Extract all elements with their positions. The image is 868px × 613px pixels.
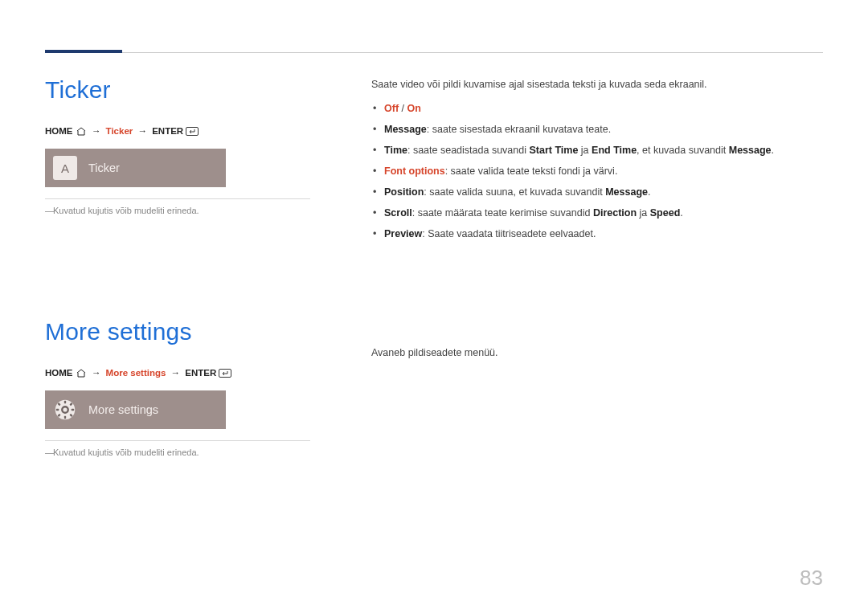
footnote-text: Kuvatud kujutis võib mudeliti erineda. — [53, 206, 199, 215]
header-accent — [45, 50, 122, 53]
list-item: Position: saate valida suuna, et kuvada … — [371, 184, 821, 200]
val: ja — [637, 207, 650, 219]
key-time: Time — [384, 145, 407, 156]
enter-icon — [186, 127, 199, 136]
list-item: Preview: Saate vaadata tiitriseadete eel… — [371, 226, 821, 242]
crumb-enter-label: ENTER — [185, 368, 216, 378]
key-font-options: Font options — [384, 166, 445, 177]
enter-icon — [219, 369, 231, 378]
off-label: Off — [384, 103, 399, 114]
intro-text: Avaneb pildiseadete menüü. — [371, 347, 821, 358]
val: : saate valida suuna, et kuvada suvandit — [424, 186, 605, 198]
divider — [45, 440, 310, 441]
key-position: Position — [384, 186, 424, 198]
footnote-more-settings: ―Kuvatud kujutis võib mudeliti erineda. — [45, 447, 310, 457]
menu-card-label: More settings — [88, 403, 158, 416]
header-divider — [45, 52, 823, 53]
arrow-icon: → — [169, 368, 183, 378]
footnote-text: Kuvatud kujutis võib mudeliti erineda. — [53, 447, 199, 457]
svg-rect-5 — [64, 416, 66, 419]
arrow-icon: → — [89, 368, 104, 378]
val: : saate valida teate teksti fondi ja vär… — [445, 166, 618, 177]
val: . — [680, 207, 682, 219]
val: : saate seadistada suvandi — [407, 145, 530, 156]
message-ref: Message — [729, 145, 772, 156]
list-item: Off / On — [371, 100, 821, 116]
svg-rect-0 — [186, 128, 199, 136]
home-icon — [76, 369, 87, 378]
left-column: Ticker HOME → Ticker → ENTER A Ticker ―K… — [45, 76, 310, 457]
list-item: Time: saate seadistada suvandi Start Tim… — [371, 142, 821, 158]
val: . — [648, 186, 650, 198]
end-time: End Time — [592, 145, 637, 156]
svg-rect-7 — [72, 409, 75, 411]
gear-icon — [53, 398, 77, 422]
start-time: Start Time — [529, 145, 578, 156]
svg-rect-1 — [219, 370, 231, 378]
right-column-ticker: Saate video või pildi kuvamise ajal sise… — [371, 76, 821, 247]
menu-card-ticker: A Ticker — [45, 149, 226, 187]
speed-ref: Speed — [650, 207, 681, 219]
sep: / — [399, 103, 407, 114]
arrow-icon: → — [89, 126, 104, 136]
val: : saate määrata teate kerimise suvandid — [412, 207, 593, 219]
svg-rect-6 — [56, 409, 59, 411]
section-title-ticker: Ticker — [45, 76, 310, 104]
intro-text: Saate video või pildi kuvamise ajal sise… — [371, 76, 821, 92]
val: , et kuvada suvandit — [637, 145, 729, 156]
message-ref: Message — [605, 186, 648, 198]
section-more-settings: More settings HOME → More settings → ENT… — [45, 318, 310, 457]
home-icon — [76, 127, 87, 136]
section-title-more-settings: More settings — [45, 318, 310, 345]
crumb-home-label: HOME — [45, 368, 73, 378]
divider — [45, 198, 310, 199]
list-item: Scroll: saate määrata teate kerimise suv… — [371, 205, 821, 221]
svg-rect-4 — [64, 401, 66, 404]
val: . — [772, 145, 774, 156]
menu-card-label: Ticker — [88, 161, 120, 174]
feature-list: Off / On Message: saate sisestada ekraan… — [371, 100, 821, 242]
svg-point-3 — [62, 407, 68, 412]
crumb-mid-label: More settings — [106, 368, 166, 378]
val: : saate sisestada ekraanil kuvatava teat… — [427, 124, 611, 135]
footnote-ticker: ―Kuvatud kujutis võib mudeliti erineda. — [45, 206, 310, 215]
breadcrumb-more-settings: HOME → More settings → ENTER — [45, 368, 310, 378]
menu-card-more-settings: More settings — [45, 390, 226, 429]
page: Ticker HOME → Ticker → ENTER A Ticker ―K… — [0, 0, 868, 613]
crumb-enter-label: ENTER — [152, 126, 183, 136]
val: : Saate vaadata tiitriseadete eelvaadet. — [422, 228, 596, 239]
val: ja — [578, 145, 592, 156]
on-label: On — [407, 103, 420, 114]
ticker-card-icon: A — [53, 156, 77, 180]
key-preview: Preview — [384, 228, 422, 239]
page-number: 83 — [800, 566, 823, 591]
arrow-icon: → — [136, 126, 150, 136]
crumb-home-label: HOME — [45, 126, 73, 136]
ticker-card-icon-letter: A — [61, 161, 69, 175]
breadcrumb-ticker: HOME → Ticker → ENTER — [45, 126, 310, 136]
direction-ref: Direction — [593, 207, 637, 219]
list-item: Font options: saate valida teate teksti … — [371, 163, 821, 179]
right-column-more-settings: Avaneb pildiseadete menüü. — [371, 347, 821, 358]
crumb-mid-label: Ticker — [106, 126, 133, 136]
list-item: Message: saate sisestada ekraanil kuvata… — [371, 121, 821, 137]
key-scroll: Scroll — [384, 207, 412, 219]
key-message: Message — [384, 124, 427, 135]
